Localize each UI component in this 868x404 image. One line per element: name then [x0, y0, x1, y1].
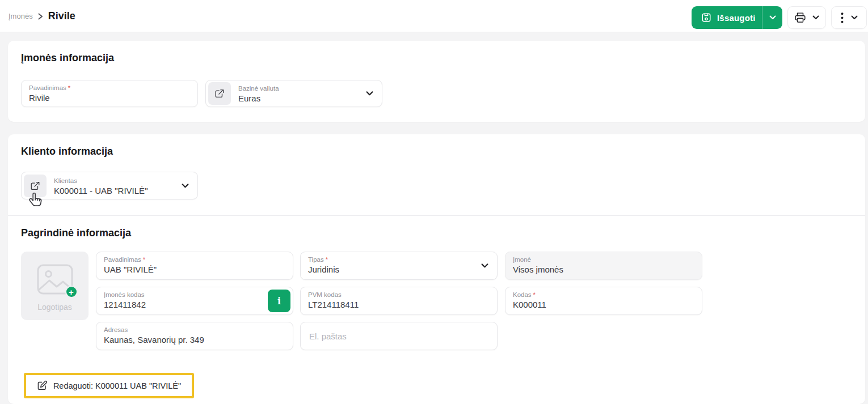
save-button-label: Išsaugoti	[717, 13, 756, 23]
client-and-main-info-card: Kliento informacija Klientas K000011 - U…	[8, 134, 865, 404]
company-code-info-button[interactable]: i	[268, 290, 290, 312]
client-section-title: Kliento informacija	[21, 146, 113, 158]
chevron-right-icon	[38, 13, 43, 20]
required-asterisk: *	[326, 256, 328, 263]
type-value: Juridinis	[308, 265, 490, 274]
chevron-down-icon	[182, 183, 189, 188]
external-link-icon[interactable]	[24, 175, 47, 197]
main-name-value: UAB "RIVILĖ"	[104, 265, 285, 274]
edit-client-button-label: Redaguoti: K000011 UAB "RIVILĖ"	[53, 381, 181, 390]
field-label: Pavadinimas*	[29, 84, 190, 91]
company-code-field[interactable]: Įmonės kodas 121411842 i	[96, 287, 293, 315]
section-divider	[8, 215, 865, 216]
vat-code-value: LT214118411	[308, 300, 490, 309]
address-field[interactable]: Adresas Kaunas, Savanorių pr. 349	[96, 322, 293, 350]
chevron-down-icon	[481, 263, 488, 269]
logo-upload[interactable]: + Logotipas	[21, 252, 89, 320]
breadcrumb: Įmonės Rivile	[9, 0, 75, 32]
company-scope-value: Visos įmonės	[513, 265, 694, 274]
main-name-field[interactable]: Pavadinimas* UAB "RIVILĖ"	[96, 252, 293, 280]
client-code-value: K000011	[513, 300, 694, 309]
app-screen: Įmonės Rivile Išsaugoti	[0, 0, 868, 404]
printer-icon	[794, 12, 806, 23]
base-currency-select[interactable]: Bazinė valiuta Euras	[205, 80, 382, 107]
client-value: K000011 - UAB "RIVILĖ"	[54, 186, 148, 195]
field-label: Bazinė valiuta	[238, 85, 279, 92]
image-placeholder-icon: +	[37, 264, 73, 295]
company-scope-field: Įmonė Visos įmonės	[505, 252, 702, 280]
required-asterisk: *	[143, 256, 145, 263]
client-code-field[interactable]: Kodas* K000011	[505, 287, 702, 315]
add-logo-plus-icon: +	[65, 286, 78, 298]
company-name-field[interactable]: Pavadinimas* Rivile	[21, 80, 198, 107]
edit-pencil-icon	[37, 380, 48, 391]
kebab-menu-icon	[841, 12, 844, 23]
email-field[interactable]	[300, 322, 498, 350]
save-button[interactable]: Išsaugoti	[692, 6, 762, 29]
top-bar: Įmonės Rivile Išsaugoti	[0, 0, 868, 32]
more-actions-button[interactable]	[831, 6, 867, 29]
external-link-icon[interactable]	[208, 82, 231, 105]
address-value: Kaunas, Savanorių pr. 349	[104, 335, 285, 345]
company-section-title: Įmonės informacija	[21, 52, 114, 64]
required-asterisk: *	[533, 291, 536, 298]
chevron-down-icon	[366, 91, 373, 96]
vat-code-field[interactable]: PVM kodas LT214118411	[300, 287, 498, 315]
save-dropdown-toggle[interactable]	[762, 6, 782, 29]
breadcrumb-parent-link[interactable]: Įmonės	[9, 12, 33, 20]
email-input[interactable]	[308, 331, 490, 342]
main-section-title: Pagrindinė informacija	[21, 227, 131, 239]
page-title: Rivile	[48, 10, 75, 22]
base-currency-value: Euras	[238, 93, 279, 103]
chevron-down-icon	[851, 15, 858, 20]
edit-client-button[interactable]: Redaguoti: K000011 UAB "RIVILĖ"	[24, 373, 194, 398]
save-split-button[interactable]: Išsaugoti	[692, 6, 782, 29]
company-name-value: Rivile	[29, 93, 190, 103]
company-info-card: Įmonės informacija Pavadinimas* Rivile B…	[8, 41, 865, 122]
company-code-value: 121411842	[104, 300, 285, 309]
logo-label: Logotipas	[37, 303, 72, 312]
chevron-down-icon	[812, 15, 819, 20]
print-dropdown-button[interactable]	[787, 6, 826, 29]
required-asterisk: *	[68, 84, 70, 91]
type-select[interactable]: Tipas* Juridinis	[300, 252, 498, 280]
field-label: Klientas	[54, 177, 148, 184]
chevron-down-icon	[769, 15, 776, 20]
client-select[interactable]: Klientas K000011 - UAB "RIVILĖ"	[21, 172, 198, 199]
save-icon	[701, 12, 711, 23]
